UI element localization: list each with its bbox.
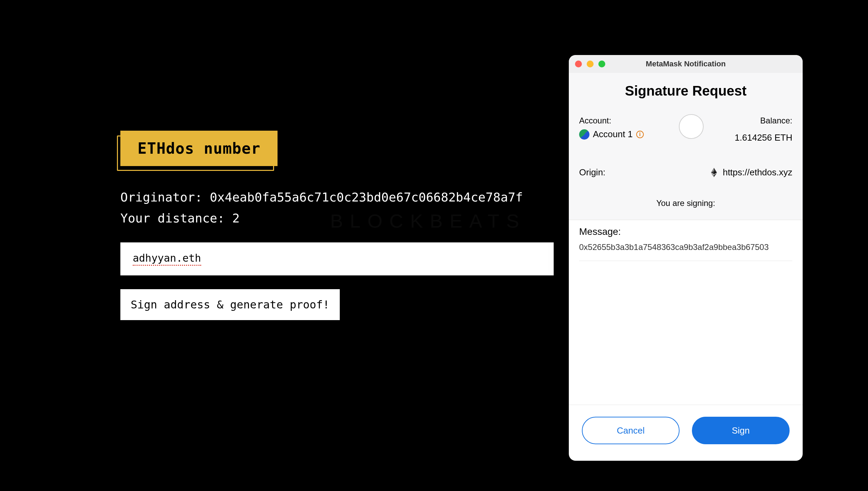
info-icon[interactable]: i bbox=[636, 131, 644, 138]
you-are-signing-label: You are signing: bbox=[579, 198, 792, 208]
app-title-container: ETHdos number bbox=[120, 131, 278, 166]
origin-label: Origin: bbox=[579, 167, 606, 178]
sign-button[interactable]: Sign bbox=[692, 417, 790, 444]
origin-value-group: https://ethdos.xyz bbox=[709, 167, 792, 178]
window-titlebar: MetaMask Notification bbox=[569, 55, 803, 73]
address-input-value: adhyyan.eth bbox=[133, 252, 201, 266]
popup-header: Signature Request Account: Account 1 i B… bbox=[569, 73, 803, 220]
sign-generate-proof-button[interactable]: Sign address & generate proof! bbox=[120, 289, 340, 320]
balance-label: Balance: bbox=[735, 116, 792, 126]
origin-row: Origin: https://ethdos.xyz bbox=[579, 167, 792, 178]
originator-value: 0x4eab0fa55a6c71c0c23bd0e67c06682b4ce78a… bbox=[210, 190, 523, 204]
distance-line: Your distance: 2 bbox=[120, 211, 554, 225]
message-label: Message: bbox=[579, 226, 792, 237]
account-name: Account 1 bbox=[593, 129, 633, 140]
balance-column: Balance: 1.614256 ETH bbox=[735, 116, 792, 143]
origin-url: https://ethdos.xyz bbox=[723, 167, 792, 178]
message-value: 0x52655b3a3b1a7548363ca9b3af2a9bbea3b675… bbox=[579, 241, 792, 253]
account-column: Account: Account 1 i bbox=[579, 116, 644, 140]
message-divider bbox=[579, 261, 792, 261]
close-icon[interactable] bbox=[575, 61, 582, 67]
popup-footer: Cancel Sign bbox=[569, 405, 803, 461]
cancel-button[interactable]: Cancel bbox=[582, 417, 680, 444]
ethdos-app-panel: ETHdos number Originator: 0x4eab0fa55a6c… bbox=[120, 131, 554, 320]
metamask-notification-window: MetaMask Notification Signature Request … bbox=[569, 55, 803, 461]
traffic-lights bbox=[575, 61, 605, 67]
ethereum-icon bbox=[709, 168, 719, 177]
account-name-row[interactable]: Account 1 i bbox=[579, 129, 644, 140]
balance-value: 1.614256 ETH bbox=[735, 132, 792, 143]
address-input[interactable]: adhyyan.eth bbox=[120, 242, 554, 275]
account-avatar-icon bbox=[579, 129, 589, 140]
minimize-icon[interactable] bbox=[587, 61, 594, 67]
popup-body: Message: 0x52655b3a3b1a7548363ca9b3af2a9… bbox=[569, 220, 803, 405]
distance-label: Your distance: bbox=[120, 211, 225, 225]
distance-value: 2 bbox=[232, 211, 240, 225]
originator-label: Originator: bbox=[120, 190, 202, 204]
maximize-icon[interactable] bbox=[598, 61, 605, 67]
signature-request-heading: Signature Request bbox=[579, 83, 792, 99]
app-title: ETHdos number bbox=[120, 131, 278, 166]
account-label: Account: bbox=[579, 116, 644, 126]
site-avatar-placeholder bbox=[679, 114, 704, 139]
originator-line: Originator: 0x4eab0fa55a6c71c0c23bd0e67c… bbox=[120, 190, 554, 204]
